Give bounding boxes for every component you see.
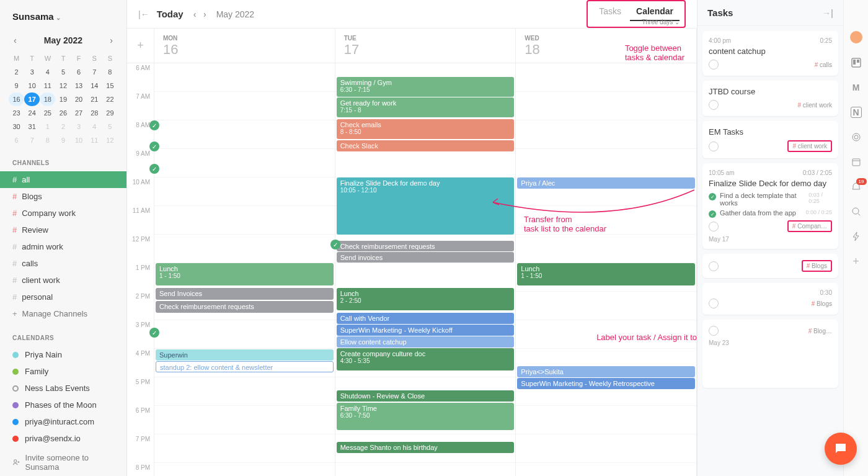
mini-cal-day[interactable]: 15 xyxy=(102,79,118,92)
mini-cal-day[interactable]: 11 xyxy=(40,79,55,92)
add-event-button[interactable]: + xyxy=(127,29,154,63)
collapse-sidebar-icon[interactable]: |← xyxy=(138,9,149,19)
hour-slot[interactable] xyxy=(516,406,696,434)
mini-cal-day[interactable]: 13 xyxy=(71,79,87,92)
calendar-event[interactable]: SuperWin Marketing - Weekly Retrospectiv… xyxy=(517,378,695,389)
hour-slot[interactable] xyxy=(154,377,335,406)
hour-slot[interactable] xyxy=(516,463,696,476)
complete-toggle[interactable] xyxy=(709,299,719,308)
next-period[interactable]: › xyxy=(201,9,209,19)
calendar-item[interactable]: Family xyxy=(0,363,126,380)
app-icon-calendar[interactable] xyxy=(851,156,862,168)
app-icon-asana[interactable] xyxy=(850,31,862,43)
channel-item[interactable]: #client work xyxy=(0,272,126,289)
app-icon-trello[interactable] xyxy=(851,57,862,68)
mini-cal-day[interactable]: 14 xyxy=(87,79,102,92)
hour-slot[interactable] xyxy=(335,149,516,177)
calendar-item[interactable]: Priya Nain xyxy=(0,346,126,363)
mini-cal-day[interactable]: 4 xyxy=(87,120,102,133)
mini-cal-day[interactable]: 3 xyxy=(24,65,40,79)
mini-cal-day[interactable]: 20 xyxy=(71,92,87,106)
calendar-event[interactable]: standup 2: ellow content & newsletter xyxy=(156,361,334,372)
mini-cal-day[interactable]: 1 xyxy=(40,120,55,133)
mini-cal-day[interactable]: 30 xyxy=(9,120,24,133)
task-channel-tag[interactable]: # client work xyxy=(787,140,832,152)
mini-cal-day[interactable]: 25 xyxy=(40,106,55,120)
calendar-event[interactable]: Send Invoices xyxy=(156,288,334,300)
task-channel-tag[interactable]: # Blog… xyxy=(808,328,832,335)
hour-slot[interactable] xyxy=(154,149,335,177)
mini-cal-day[interactable]: 29 xyxy=(102,106,118,120)
hour-slot[interactable] xyxy=(154,63,335,92)
channel-item[interactable]: #personal xyxy=(0,289,126,305)
mini-cal-day[interactable]: 2 xyxy=(9,65,24,79)
calendar-event[interactable]: Shutdown - Review & Close xyxy=(337,390,515,402)
hour-slot[interactable] xyxy=(154,206,335,235)
hour-slot[interactable] xyxy=(154,92,335,120)
intercom-launcher[interactable] xyxy=(825,433,857,465)
mini-cal-day[interactable]: 24 xyxy=(24,106,40,120)
mini-cal-day[interactable]: 6 xyxy=(71,65,87,79)
calendar-event[interactable]: Create company culture doc4:30 - 5:35 xyxy=(337,348,515,370)
complete-toggle[interactable] xyxy=(709,60,719,70)
hour-slot[interactable] xyxy=(516,235,696,263)
mini-cal-day[interactable]: 6 xyxy=(9,133,24,147)
app-icon-search[interactable] xyxy=(851,206,862,217)
mini-cal-day[interactable]: 23 xyxy=(9,106,24,120)
calendar-item[interactable]: Phases of the Moon xyxy=(0,397,126,413)
complete-toggle[interactable] xyxy=(709,326,719,336)
hour-slot[interactable] xyxy=(154,406,335,434)
mini-cal-day[interactable]: 19 xyxy=(55,92,71,106)
calendar-event[interactable]: Check reimbursement requests xyxy=(337,241,515,251)
calendar-event[interactable]: Superwin xyxy=(156,349,334,361)
mini-cal-day[interactable]: 9 xyxy=(9,79,24,92)
calendar-event[interactable]: Call with Vendor xyxy=(337,313,515,324)
calendar-item[interactable]: priya@inturact.com xyxy=(0,413,126,430)
prev-period[interactable]: ‹ xyxy=(191,9,199,19)
app-icon-reminders[interactable]: 19 xyxy=(851,181,862,192)
hour-slot[interactable] xyxy=(154,177,335,206)
complete-toggle[interactable] xyxy=(709,141,719,151)
mini-cal-day[interactable]: 9 xyxy=(55,133,71,147)
app-icon-notion[interactable]: N xyxy=(851,107,862,118)
hour-slot[interactable] xyxy=(516,120,696,149)
task-channel-tag[interactable]: # calls xyxy=(815,61,832,68)
hour-slot[interactable] xyxy=(516,292,696,320)
task-card[interactable]: 4:00 pm0:25content catchup# calls xyxy=(702,31,838,76)
calendar-event[interactable]: Ellow content catchup xyxy=(337,336,515,348)
mini-cal-prev[interactable]: ‹ xyxy=(11,34,19,47)
mini-cal-day[interactable]: 17 xyxy=(24,92,40,106)
view-range-dropdown[interactable]: Three days ⌄ xyxy=(630,19,680,25)
calendar-item[interactable]: Ness Labs Events xyxy=(0,380,126,397)
app-icon-gmail[interactable]: M xyxy=(851,82,862,93)
calendar-event[interactable]: Lunch1 - 1:50 xyxy=(517,263,695,285)
task-channel-tag[interactable]: # client work xyxy=(797,102,832,109)
mini-cal-day[interactable]: 2 xyxy=(55,120,71,133)
calendar-event[interactable]: Family Time6:30 - 7:50 xyxy=(337,403,515,430)
mini-cal-next[interactable]: › xyxy=(107,34,115,47)
calendar-event[interactable]: Send invoices xyxy=(337,252,515,263)
mini-cal-day[interactable]: 26 xyxy=(55,106,71,120)
task-card[interactable]: EM Tasks# client work xyxy=(702,121,838,158)
mini-cal-day[interactable]: 16 xyxy=(9,92,24,106)
mini-cal-day[interactable]: 5 xyxy=(55,65,71,79)
hour-slot[interactable] xyxy=(516,63,696,92)
calendar-event[interactable]: Message Shanto on his birthday xyxy=(337,442,515,453)
task-card[interactable]: 0:30# Blogs xyxy=(702,283,838,315)
hour-slot[interactable] xyxy=(516,434,696,463)
tab-tasks[interactable]: Tasks xyxy=(593,2,627,25)
task-channel-tag[interactable]: # Blogs xyxy=(802,260,832,272)
calendar-event[interactable]: SuperWin Marketing - Weekly Kickoff xyxy=(337,325,515,336)
task-card[interactable]: # Blogs xyxy=(702,254,838,278)
app-icon-target[interactable] xyxy=(851,132,862,143)
task-card[interactable]: # Blog…May 23 xyxy=(702,320,838,388)
calendar-event[interactable]: Priya / Alec xyxy=(517,177,695,189)
app-icon-bolt[interactable] xyxy=(851,231,862,242)
calendar-event[interactable]: Lunch2 - 2:50 xyxy=(337,288,515,310)
task-channel-tag[interactable]: # Compan… xyxy=(787,220,832,232)
mini-cal-day[interactable]: 3 xyxy=(71,120,87,133)
complete-toggle[interactable] xyxy=(709,222,719,231)
calendar-event[interactable]: Swimming / Gym6:30 - 7:15 xyxy=(337,77,515,97)
mini-cal-day[interactable]: 18 xyxy=(40,92,55,106)
hour-slot[interactable] xyxy=(154,434,335,463)
